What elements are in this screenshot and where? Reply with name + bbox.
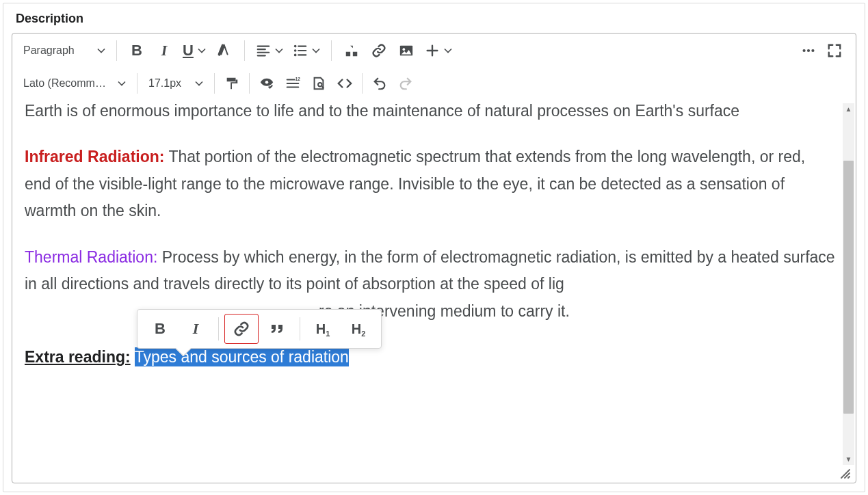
- italic-icon: I: [161, 42, 168, 59]
- bold-icon: B: [131, 42, 142, 59]
- link-button[interactable]: [366, 38, 392, 64]
- separator: [214, 73, 215, 94]
- paragraph-solar: and radio emissions, as well as visible …: [25, 99, 835, 124]
- float-italic-button[interactable]: I: [179, 314, 213, 344]
- float-link-button[interactable]: [224, 314, 259, 344]
- extra-reading-link-text[interactable]: Types and sources of radiation: [135, 347, 349, 366]
- resize-handle[interactable]: [838, 466, 853, 481]
- svg-point-7: [811, 49, 814, 52]
- image-icon: [399, 43, 414, 58]
- float-blockquote-button[interactable]: [260, 314, 294, 344]
- redo-button[interactable]: [393, 70, 419, 96]
- separator: [300, 317, 300, 340]
- thermal-heading: Thermal Radiation:: [25, 248, 157, 266]
- paragraph-style-value: Paragraph: [23, 44, 75, 57]
- fullscreen-button[interactable]: [821, 38, 847, 64]
- word-count-icon: 123: [285, 76, 300, 91]
- bold-button[interactable]: B: [124, 38, 150, 64]
- floating-format-toolbar: B I H1 H2: [137, 309, 382, 349]
- svg-point-4: [402, 48, 405, 51]
- source-code-button[interactable]: [332, 70, 358, 96]
- svg-point-2: [294, 54, 297, 57]
- separator: [331, 40, 332, 61]
- media-icon: [344, 43, 359, 58]
- svg-point-1: [294, 49, 297, 52]
- toolbar-row-2: Lato (Recomm… 17.1px: [12, 68, 856, 99]
- page-search-icon: [311, 76, 326, 91]
- paragraph-infrared: Infrared Radiation: That portion of the …: [25, 144, 835, 225]
- chevron-down-icon: [97, 46, 105, 55]
- more-actions-button[interactable]: [795, 38, 821, 64]
- vertical-scrollbar[interactable]: ▲ ▼: [843, 103, 854, 465]
- preview-button[interactable]: [306, 70, 332, 96]
- editor-frame: Paragraph B I U: [12, 33, 856, 483]
- redo-icon: [398, 76, 413, 91]
- insert-more-button[interactable]: [421, 38, 456, 64]
- align-button[interactable]: [252, 38, 287, 64]
- separator: [244, 40, 245, 61]
- editor-content-area[interactable]: and radio emissions, as well as visible …: [12, 99, 856, 483]
- extra-reading-label: Extra reading:: [25, 348, 131, 366]
- svg-text:123: 123: [295, 77, 300, 81]
- underline-icon: U: [183, 42, 194, 59]
- undo-icon: [372, 76, 387, 91]
- font-family-value: Lato (Recomm…: [23, 77, 106, 90]
- plus-icon: [425, 43, 440, 58]
- quote-icon: [269, 321, 285, 337]
- svg-point-8: [265, 81, 269, 84]
- float-h1-button[interactable]: H1: [306, 314, 340, 344]
- bullet-list-icon: [293, 43, 308, 58]
- format-painter-icon: [224, 76, 239, 91]
- chevron-down-icon: [312, 46, 320, 55]
- ellipsis-icon: [801, 43, 816, 58]
- link-icon: [371, 43, 386, 58]
- text-color-button[interactable]: [211, 38, 237, 64]
- image-button[interactable]: [393, 38, 419, 64]
- h1-icon: H1: [316, 321, 330, 337]
- svg-point-5: [802, 49, 805, 52]
- align-left-icon: [256, 43, 271, 58]
- toolbar-row-1: Paragraph B I U: [12, 34, 856, 68]
- font-family-select[interactable]: Lato (Recomm…: [16, 70, 133, 96]
- undo-button[interactable]: [367, 70, 393, 96]
- list-button[interactable]: [289, 38, 324, 64]
- chevron-down-icon: [444, 46, 452, 55]
- italic-icon: I: [193, 320, 199, 338]
- separator: [137, 73, 137, 94]
- separator: [218, 317, 219, 340]
- expand-icon: [827, 43, 842, 58]
- float-bold-button[interactable]: B: [143, 314, 177, 344]
- font-size-select[interactable]: 17.1px: [142, 70, 210, 96]
- chevron-down-icon: [195, 79, 203, 88]
- separator: [362, 73, 363, 94]
- svg-point-10: [318, 83, 322, 87]
- link-icon: [233, 321, 250, 337]
- svg-point-6: [807, 49, 810, 52]
- insert-media-button[interactable]: [339, 38, 365, 64]
- infrared-heading: Infrared Radiation:: [25, 148, 164, 165]
- separator: [249, 73, 250, 94]
- format-painter-button[interactable]: [219, 70, 245, 96]
- font-size-value: 17.1px: [148, 77, 181, 90]
- underline-button[interactable]: U: [179, 38, 210, 64]
- code-icon: [337, 76, 352, 91]
- chevron-down-icon: [275, 46, 283, 55]
- text-color-icon: [217, 43, 232, 58]
- scroll-up-arrow[interactable]: ▲: [843, 103, 854, 115]
- word-count-button[interactable]: 123: [280, 70, 306, 96]
- scroll-thumb[interactable]: [843, 161, 854, 414]
- italic-button[interactable]: I: [151, 38, 177, 64]
- float-h2-button[interactable]: H2: [341, 314, 376, 344]
- paragraph-style-select[interactable]: Paragraph: [16, 38, 112, 64]
- scroll-down-arrow[interactable]: ▼: [843, 453, 854, 465]
- separator: [116, 40, 117, 61]
- chevron-down-icon: [118, 79, 126, 88]
- eye-check-icon: [259, 76, 274, 91]
- bold-icon: B: [155, 320, 166, 338]
- accessibility-button[interactable]: [254, 70, 280, 96]
- svg-point-0: [294, 45, 297, 48]
- description-label: Description: [12, 12, 856, 26]
- chevron-down-icon: [198, 46, 206, 55]
- h2-icon: H2: [352, 321, 366, 337]
